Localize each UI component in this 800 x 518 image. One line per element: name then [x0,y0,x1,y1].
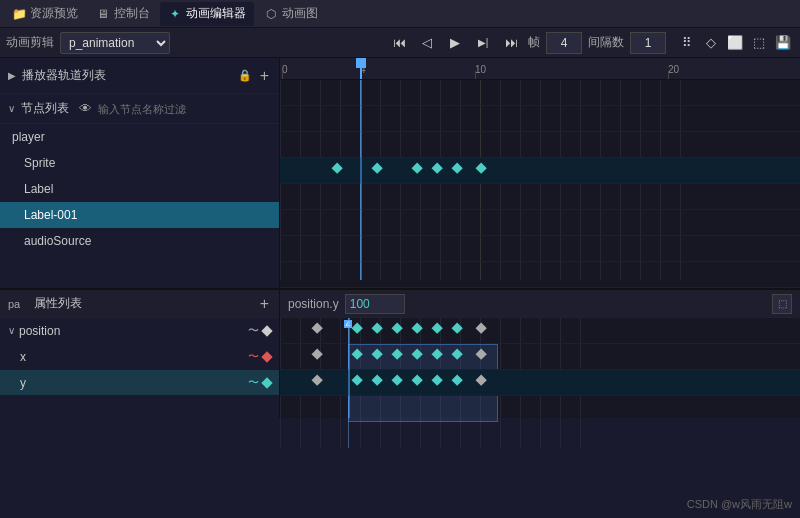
bkf-y-6[interactable] [452,375,463,386]
bkf-y-2[interactable] [372,375,383,386]
bottom-row-position[interactable] [280,318,800,344]
timeline-row-sprite [280,106,800,132]
y-diamond[interactable] [261,377,272,388]
bkf-pos-3[interactable] [392,323,403,334]
node-label-label: Label [24,182,53,196]
tab-anim-editor[interactable]: ✦ 动画编辑器 [160,2,254,26]
bkf-y-right[interactable] [476,375,487,386]
tab-assets[interactable]: 📁 资源预览 [4,2,86,26]
x-diamond[interactable] [261,351,272,362]
add-prop-button[interactable]: + [258,296,271,312]
tab-anim-editor-label: 动画编辑器 [186,5,246,22]
eye-icon[interactable]: 👁 [79,101,92,116]
timeline-row-label001[interactable] [280,158,800,184]
bottom-row-x[interactable] [280,344,800,370]
node-item-player[interactable]: player [0,124,279,150]
tab-bar: 📁 资源预览 🖥 控制台 ✦ 动画编辑器 ⬡ 动画图 [0,0,800,28]
lock-icon: 🔒 [238,69,252,82]
bkf-pos-left[interactable] [312,323,323,334]
y-curve-icon: 〜 [248,375,259,390]
track-section: ▶ 播放器轨道列表 🔒 + [0,58,279,94]
timeline-top: 0 4 10 20 [280,58,800,288]
track-section-label: 播放器轨道列表 [22,67,232,84]
node-item-label001[interactable]: Label-001 [0,202,279,228]
assets-icon: 📁 [12,7,26,21]
skip-end-button[interactable]: ⏭ [500,32,522,54]
ruler-tick-10: 10 [475,64,486,75]
timeline-row-empty1 [280,210,800,236]
diamond-icon-btn[interactable]: ◇ [700,32,722,54]
prop-row-y[interactable]: y 〜 [0,370,279,396]
bkf-pos-2[interactable] [372,323,383,334]
copy-icon-btn[interactable]: ⬜ [724,32,746,54]
keyframe-label001-8[interactable] [432,163,443,174]
bkf-y-1[interactable] [352,375,363,386]
bkf-y-left[interactable] [312,375,323,386]
position-y-input[interactable] [345,294,405,314]
node-filter-input[interactable] [98,103,271,115]
keyframe-label001-7[interactable] [412,163,423,174]
timeline-row-audiosource [280,184,800,210]
node-list: player Sprite Label Label-001 audioSourc… [0,124,279,288]
timeline-ruler[interactable]: 0 4 10 20 [280,58,800,80]
x-curve-icon: 〜 [248,349,259,364]
bkf-pos-1[interactable] [352,323,363,334]
bkf-y-3[interactable] [392,375,403,386]
bottom-toolbar: pa 属性列表 + [0,290,279,318]
bkf-pos-right[interactable] [476,323,487,334]
interval-input[interactable] [630,32,666,54]
bkf-pos-6[interactable] [452,323,463,334]
ruler-tick-20: 20 [668,64,679,75]
timeline-row-label [280,132,800,158]
play-button[interactable]: ▶ [444,32,466,54]
bottom-timeline-area: 4 [280,318,800,418]
bkf-x-4[interactable] [412,349,423,360]
keyframe-label001-3[interactable] [332,163,343,174]
toolbar-extra-icons: ⠿ ◇ ⬜ ⬚ 💾 [676,32,794,54]
bkf-y-4[interactable] [412,375,423,386]
node-section-collapse[interactable]: ∨ [8,103,15,114]
bkf-y-5[interactable] [432,375,443,386]
record-icon-btn[interactable]: ⬚ [748,32,770,54]
node-item-audiosource[interactable]: audioSource [0,228,279,254]
position-diamond[interactable] [261,325,272,336]
node-label-player: player [12,130,45,144]
add-track-button[interactable]: + [258,68,271,84]
prev-frame-button[interactable]: ◁ [416,32,438,54]
node-item-label[interactable]: Label [0,176,279,202]
position-y-label: position.y [288,297,339,311]
bottom-row-y[interactable] [280,370,800,396]
skip-start-button[interactable]: ⏮ [388,32,410,54]
keyframe-label001-9[interactable] [452,163,463,174]
bottom-right-toolbar: position.y ⬚ [280,290,800,318]
frame-input[interactable] [546,32,582,54]
anim-clip-label: 动画剪辑 [6,34,54,51]
bkf-x-1[interactable] [352,349,363,360]
grid-icon-btn[interactable]: ⠿ [676,32,698,54]
keyframe-label001-10[interactable] [476,163,487,174]
bkf-x-6[interactable] [452,349,463,360]
tab-anim-graph[interactable]: ⬡ 动画图 [256,2,326,26]
prop-group-position[interactable]: ∨ position 〜 [0,318,279,344]
bkf-x-2[interactable] [372,349,383,360]
timeline-tracks-top [280,80,800,288]
lock-aspect-button[interactable]: ⬚ [772,294,792,314]
frame-label: 帧 [528,34,540,51]
bkf-x-left[interactable] [312,349,323,360]
next-frame-button[interactable]: ▶| [472,32,494,54]
track-section-arrow[interactable]: ▶ [8,70,16,81]
ruler-playhead [360,58,362,79]
bkf-x-5[interactable] [432,349,443,360]
bkf-pos-4[interactable] [412,323,423,334]
tab-anim-graph-label: 动画图 [282,5,318,22]
bkf-x-3[interactable] [392,349,403,360]
tab-control[interactable]: 🖥 控制台 [88,2,158,26]
save-icon-btn[interactable]: 💾 [772,32,794,54]
anim-clip-select[interactable]: p_animation [60,32,170,54]
prop-row-x[interactable]: x 〜 [0,344,279,370]
bkf-pos-5[interactable] [432,323,443,334]
control-icon: 🖥 [96,7,110,21]
node-item-sprite[interactable]: Sprite [0,150,279,176]
bkf-x-right[interactable] [476,349,487,360]
keyframe-label001-5[interactable] [372,163,383,174]
